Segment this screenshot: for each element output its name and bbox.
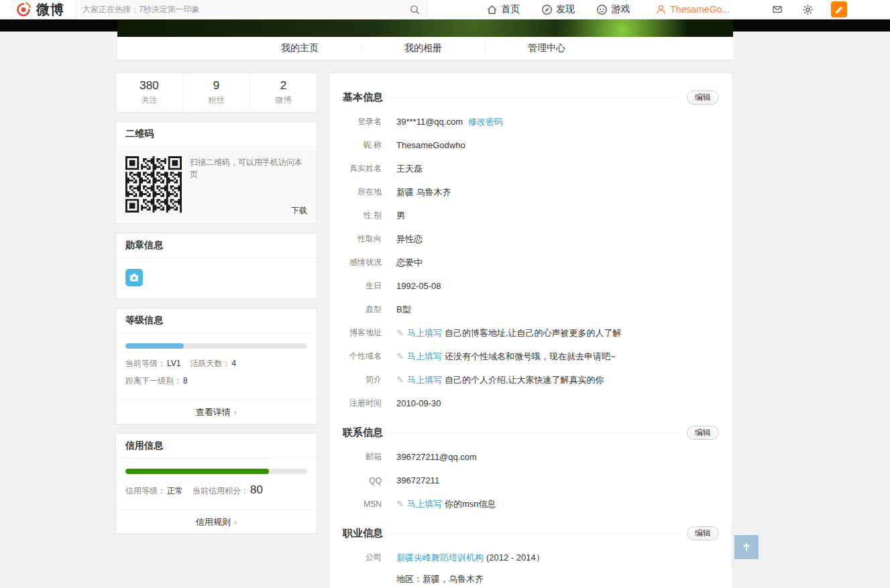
credit-progress-fill xyxy=(125,469,269,474)
search-input[interactable] xyxy=(76,5,410,14)
page-content: 380 关注 9 粉丝 2 微博 二维码 xyxy=(115,72,733,588)
profile-info-panel: 基本信息 编辑 登录名 39***11@qq.com 修改密码 昵 称 Thes… xyxy=(329,72,733,588)
user-icon xyxy=(655,4,667,15)
row-birthday: 生日 1992-05-08 xyxy=(343,274,719,298)
tab-manage-center-label: 管理中心 xyxy=(528,42,565,54)
stat-following[interactable]: 380 关注 xyxy=(116,73,182,112)
level-card-title: 等级信息 xyxy=(116,308,317,333)
qrcode-content: 扫描二维码，可以用手机访问本页 下载 xyxy=(116,147,317,223)
basic-info-title: 基本信息 xyxy=(343,91,383,104)
tab-manage-center[interactable]: 管理中心 xyxy=(485,37,608,60)
divider xyxy=(390,432,680,433)
level-detail-link[interactable]: 查看详情 › xyxy=(116,400,317,424)
arrow-up-icon xyxy=(741,542,752,552)
medal-card: 勋章信息 xyxy=(115,233,317,299)
weibo-count: 2 xyxy=(280,79,286,93)
qrcode-download-link[interactable]: 下载 xyxy=(291,205,307,217)
medal-badge-icon[interactable] xyxy=(125,269,143,286)
qrcode-card-title: 二维码 xyxy=(116,122,317,147)
row-location: 所在地 新疆 乌鲁木齐 xyxy=(343,180,719,204)
pencil-icon: ✎ xyxy=(396,328,404,338)
fill-msn-link[interactable]: 马上填写 xyxy=(407,498,442,510)
change-password-link[interactable]: 修改密码 xyxy=(468,116,503,128)
credit-score-value: 80 xyxy=(250,483,263,497)
tab-my-album-label: 我的相册 xyxy=(404,42,442,54)
row-gender: 性 别 男 xyxy=(343,204,719,227)
fill-blog-link[interactable]: 马上填写 xyxy=(407,327,442,339)
back-to-top-button[interactable] xyxy=(734,535,759,559)
level-detail-label: 查看详情 xyxy=(196,406,231,418)
logo-text: 微博 xyxy=(36,1,64,19)
edit-contact-button[interactable]: 编辑 xyxy=(687,426,719,440)
medal-card-title: 勋章信息 xyxy=(116,233,317,258)
credit-progress-track xyxy=(125,469,307,474)
weibo-logo[interactable]: 微博 xyxy=(15,1,64,19)
nav-game[interactable]: 游戏 xyxy=(596,3,630,15)
nav-user-label: ThesameGo... xyxy=(670,4,730,15)
top-navbar: 微博 首页 xyxy=(0,0,890,19)
row-company-region: 地区：新疆，乌鲁木齐 xyxy=(343,569,719,588)
level-progress-track xyxy=(125,343,307,349)
credit-grade-label: 信用等级： xyxy=(125,485,166,497)
nav-game-label: 游戏 xyxy=(611,3,630,15)
level-card: 等级信息 当前等级： LV1 活跃天数： 4 距离下一级别： 8 查看详情 xyxy=(115,308,317,424)
level-line-1: 当前等级： LV1 活跃天数： 4 xyxy=(125,358,307,369)
edit-career-button[interactable]: 编辑 xyxy=(687,526,719,540)
row-email: 邮箱 396727211@qq.com xyxy=(343,445,719,469)
level-current-label: 当前等级： xyxy=(125,358,166,369)
credit-score-label: 当前信用积分： xyxy=(192,485,249,497)
qrcode-description: 扫描二维码，可以用手机访问本页 xyxy=(190,156,307,214)
career-info-header: 职业信息 编辑 xyxy=(343,526,719,540)
fill-domain-link[interactable]: 马上填写 xyxy=(407,351,442,363)
following-count: 380 xyxy=(140,79,158,93)
career-info-rows: 公司 新疆尖峰舞蹈培训机构 (2012 - 2014） 地区：新疆，乌鲁木齐 xyxy=(343,546,719,588)
stat-followers[interactable]: 9 粉丝 xyxy=(182,73,249,112)
qrcode-card: 二维码 扫描二维码，可以用手机访问本页 下载 xyxy=(115,121,317,224)
row-qq: QQ 396727211 xyxy=(343,469,719,492)
stats-card: 380 关注 9 粉丝 2 微博 xyxy=(115,72,317,113)
credit-grade-value: 正常 xyxy=(167,485,183,497)
nav-user[interactable]: ThesameGo... xyxy=(655,4,730,15)
row-realname: 真实姓名 王天磊 xyxy=(343,157,719,180)
game-icon xyxy=(596,4,608,15)
level-line-2: 距离下一级别： 8 xyxy=(125,375,307,387)
contact-info-rows: 邮箱 396727211@qq.com QQ 396727211 MSN ✎ 马… xyxy=(343,445,719,516)
sidebar: 380 关注 9 粉丝 2 微博 二维码 xyxy=(115,72,317,543)
row-intro: 简介 ✎ 马上填写 自己的个人介绍,让大家快速了解真实的你 xyxy=(343,368,719,392)
row-nickname: 昵 称 ThesameGodwho xyxy=(343,133,719,157)
row-msn: MSN ✎ 马上填写 你的msn信息 xyxy=(343,492,719,516)
cover-image xyxy=(117,19,733,37)
following-label: 关注 xyxy=(142,95,158,106)
level-days-label: 活跃天数： xyxy=(190,358,230,369)
row-blood-type: 血型 B型 xyxy=(343,298,719,321)
divider xyxy=(390,97,680,98)
tab-my-home[interactable]: 我的主页 xyxy=(238,37,361,60)
pencil-icon: ✎ xyxy=(396,351,404,361)
row-orientation: 性取向 异性恋 xyxy=(343,227,719,251)
compose-pencil-icon xyxy=(835,5,844,14)
followers-count: 9 xyxy=(213,79,219,93)
messages-icon[interactable] xyxy=(771,4,783,15)
compose-button[interactable] xyxy=(831,1,847,17)
weibo-eye-icon xyxy=(15,1,32,17)
credit-rules-label: 信用规则 xyxy=(196,516,231,528)
contact-info-title: 联系信息 xyxy=(343,426,383,439)
nav-discover[interactable]: 发现 xyxy=(541,3,575,15)
level-progress-fill xyxy=(125,343,184,349)
qr-code-image xyxy=(125,156,182,213)
level-next-value: 8 xyxy=(183,376,188,386)
followers-label: 粉丝 xyxy=(209,95,225,106)
tab-my-album[interactable]: 我的相册 xyxy=(361,37,485,60)
credit-rules-link[interactable]: 信用规则 › xyxy=(116,510,317,534)
fill-intro-link[interactable]: 马上填写 xyxy=(407,374,442,386)
level-days-value: 4 xyxy=(231,359,236,368)
company-link[interactable]: 新疆尖峰舞蹈培训机构 xyxy=(396,552,484,564)
settings-gear-icon[interactable] xyxy=(802,4,814,15)
weibo-label: 微博 xyxy=(276,95,292,106)
stat-weibo[interactable]: 2 微博 xyxy=(249,73,317,112)
edit-basic-button[interactable]: 编辑 xyxy=(687,91,719,105)
nav-home[interactable]: 首页 xyxy=(486,3,520,15)
nav-discover-label: 发现 xyxy=(556,3,575,15)
row-blog-address: 博客地址 ✎ 马上填写 自己的博客地址,让自己的心声被更多的人了解 xyxy=(343,321,719,345)
search-icon[interactable] xyxy=(410,5,420,15)
